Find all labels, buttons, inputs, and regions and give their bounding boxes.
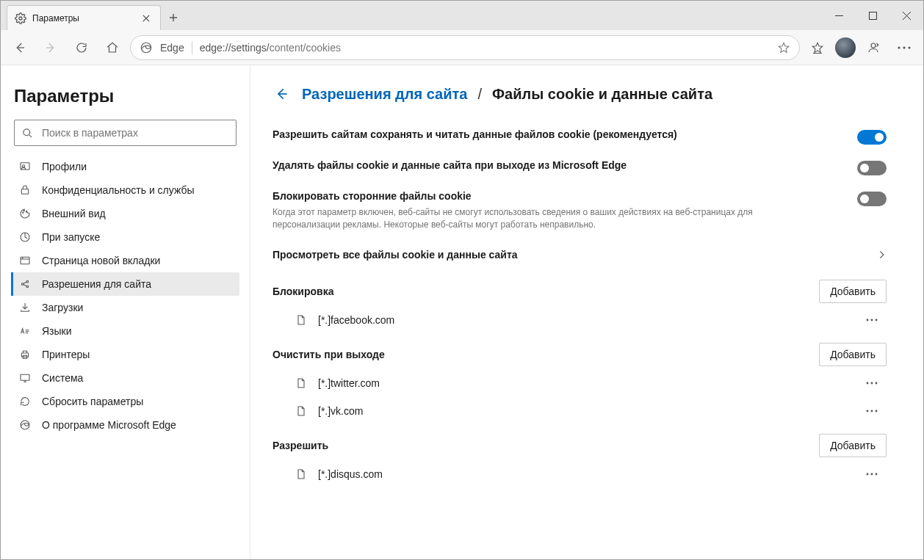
setting-block-third-party-toggle[interactable] (857, 192, 887, 206)
browser-tab[interactable]: Параметры (7, 5, 161, 30)
breadcrumb-back-button[interactable] (272, 84, 292, 103)
svg-point-13 (26, 211, 26, 212)
reset-icon (18, 395, 32, 408)
site-host: [*.]twitter.com (318, 377, 856, 389)
tab-title: Параметры (32, 13, 79, 23)
site-more-button[interactable] (866, 410, 887, 412)
new-tab-button[interactable] (161, 5, 186, 30)
breadcrumb-parent-link[interactable]: Разрешения для сайта (302, 86, 467, 103)
svg-point-24 (867, 319, 869, 321)
sidebar-item-label: Конфиденциальность и службы (42, 184, 195, 196)
setting-clear-on-exit-toggle[interactable] (857, 161, 887, 175)
svg-rect-15 (21, 257, 29, 263)
sidebar-item[interactable]: Разрешения для сайта (11, 272, 239, 296)
settings-search[interactable] (14, 120, 237, 146)
address-bar[interactable]: Edge edge://settings/content/cookies (130, 35, 800, 60)
monitor-icon (18, 371, 32, 385)
svg-point-33 (867, 473, 869, 475)
profile-switch-button[interactable] (860, 34, 887, 61)
svg-point-19 (26, 286, 29, 288)
language-icon (18, 324, 32, 338)
toolbar: Edge edge://settings/content/cookies (1, 30, 923, 65)
svg-point-17 (21, 283, 24, 286)
svg-point-35 (876, 473, 878, 475)
search-icon (22, 128, 33, 139)
back-button[interactable] (7, 34, 33, 61)
edge-logo-icon (140, 41, 153, 54)
chevron-right-icon (876, 250, 887, 260)
section-clear-header: Очистить при выходе Добавить (272, 334, 887, 369)
sidebar-item[interactable]: Языки (11, 319, 239, 343)
sidebar-item[interactable]: При запуске (11, 225, 239, 249)
window-close-button[interactable] (889, 1, 923, 30)
site-more-button[interactable] (866, 473, 887, 476)
window-minimize-button[interactable] (822, 1, 856, 30)
svg-point-30 (867, 410, 869, 412)
site-row: [*.]disqus.com (272, 460, 887, 488)
profile-avatar[interactable] (835, 37, 856, 58)
svg-point-34 (871, 473, 873, 475)
sidebar-item-label: Принтеры (42, 349, 90, 360)
home-button[interactable] (99, 34, 126, 61)
sidebar-item-label: О программе Microsoft Edge (42, 419, 176, 431)
breadcrumb-separator: / (477, 86, 482, 103)
palette-icon (18, 207, 32, 220)
view-all-cookies-row[interactable]: Просмотреть все файлы cookie и данные са… (272, 239, 887, 271)
link-label: Просмотреть все файлы cookie и данные са… (272, 249, 876, 261)
setting-clear-on-exit: Удалять файлы cookie и данные сайта при … (272, 152, 887, 183)
app-menu-button[interactable] (891, 34, 917, 61)
svg-point-0 (19, 17, 22, 20)
site-host: [*.]disqus.com (318, 468, 856, 480)
setting-label: Блокировать сторонние файлы cookie (272, 190, 845, 202)
favorites-button[interactable] (804, 34, 831, 61)
window-controls (822, 1, 923, 30)
sidebar-item[interactable]: Страница новой вкладки (11, 249, 239, 272)
section-allow-header: Разрешить Добавить (272, 425, 887, 460)
site-more-button[interactable] (866, 319, 887, 321)
sidebar-item-label: Система (42, 372, 83, 384)
sidebar-item[interactable]: Сбросить параметры (11, 390, 239, 413)
sidebar-item-label: Языки (42, 325, 72, 337)
svg-point-25 (871, 319, 873, 321)
sidebar-item[interactable]: Внешний вид (11, 202, 239, 225)
svg-point-28 (871, 382, 873, 384)
sidebar-item[interactable]: О программе Microsoft Edge (11, 413, 239, 437)
printer-icon (18, 348, 32, 361)
file-icon (295, 404, 308, 418)
svg-point-18 (26, 280, 29, 283)
section-block-header: Блокировка Добавить (272, 271, 887, 306)
sidebar-item[interactable]: Профили (11, 155, 239, 178)
setting-block-third-party: Блокировать сторонние файлы cookie Когда… (272, 183, 887, 239)
content-body: Параметры ПрофилиКонфиденциальность и сл… (1, 65, 923, 559)
site-more-button[interactable] (866, 382, 887, 385)
setting-allow-cookies-toggle[interactable] (857, 130, 887, 145)
sidebar-item[interactable]: Загрузки (11, 296, 239, 319)
sidebar-item-label: Загрузки (42, 302, 83, 313)
sidebar-item[interactable]: Конфиденциальность и службы (11, 178, 239, 202)
clear-add-button[interactable]: Добавить (819, 343, 887, 366)
sidebar-item[interactable]: Система (11, 366, 239, 390)
tab-close-button[interactable] (140, 13, 153, 23)
sidebar-item-label: Страница новой вкладки (42, 255, 160, 266)
forward-button[interactable] (37, 34, 64, 61)
sidebar-item[interactable]: Принтеры (11, 343, 239, 366)
favorite-star-icon[interactable] (777, 41, 790, 54)
sidebar-title: Параметры (14, 86, 239, 106)
svg-point-7 (24, 128, 30, 135)
settings-search-input[interactable] (40, 126, 228, 139)
file-icon (295, 468, 308, 481)
window-maximize-button[interactable] (856, 1, 889, 30)
section-title: Разрешить (272, 440, 328, 451)
breadcrumb-current: Файлы cookie и данные сайта (492, 86, 712, 103)
block-add-button[interactable]: Добавить (819, 280, 887, 303)
refresh-button[interactable] (68, 34, 95, 61)
setting-allow-cookies: Разрешить сайтам сохранять и читать данн… (272, 121, 887, 152)
sidebar-item-label: При запуске (42, 231, 100, 243)
site-row: [*.]vk.com (272, 397, 887, 425)
allow-add-button[interactable]: Добавить (819, 434, 887, 457)
svg-point-9 (22, 165, 24, 167)
main-content: Разрешения для сайта / Файлы cookie и да… (250, 65, 923, 559)
titlebar: Параметры (1, 1, 923, 30)
sidebar-nav: ПрофилиКонфиденциальность и службыВнешни… (11, 155, 239, 437)
site-host: [*.]vk.com (318, 405, 856, 417)
